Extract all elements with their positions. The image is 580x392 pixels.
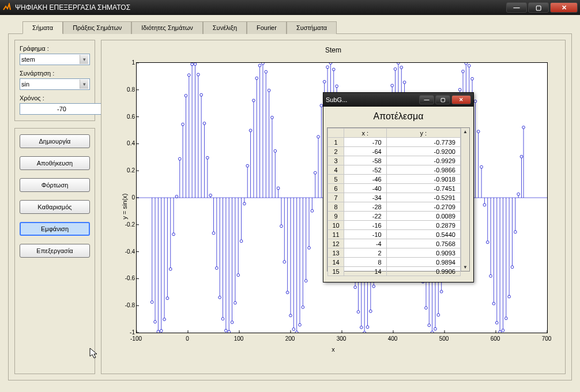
svg-point-164 <box>400 66 403 69</box>
row-index: 3 <box>328 156 344 165</box>
func-dropdown[interactable]: sin ▾ <box>20 78 90 90</box>
svg-point-78 <box>268 89 270 92</box>
button-group: Δημιουργία Αποθήκευση Φόρτωση Καθαρισμός… <box>14 128 95 374</box>
svg-point-54 <box>231 321 233 324</box>
table-row[interactable]: 6-40-0.7451 <box>328 184 461 193</box>
table-row[interactable]: 1320.9093 <box>328 248 461 258</box>
edit-button[interactable]: Επεξεργασία <box>20 244 90 258</box>
y-tick-label: 0.8 <box>127 86 135 92</box>
create-button[interactable]: Δημιουργία <box>20 134 90 148</box>
svg-point-134 <box>354 286 357 289</box>
x-tick-label: 0 <box>186 336 189 342</box>
tab-systems[interactable]: Συστήματα <box>287 21 337 34</box>
svg-point-32 <box>197 73 199 76</box>
cell-y: -0.9200 <box>386 147 460 156</box>
save-button[interactable]: Αποθήκευση <box>20 156 90 170</box>
cell-x: 8 <box>344 258 387 267</box>
tab-properties[interactable]: Ιδιότητες Σημάτων <box>131 21 203 34</box>
cell-x: -4 <box>344 239 387 248</box>
svg-point-2 <box>150 301 153 304</box>
row-index: 9 <box>328 212 344 221</box>
subwindow-maximize-button[interactable]: ▢ <box>435 95 450 104</box>
graph-dropdown[interactable]: stem ▾ <box>20 54 90 65</box>
y-axis-label: y = sin(x) <box>121 194 128 220</box>
table-row[interactable]: 7-34-0.5291 <box>328 193 461 202</box>
tab-convolution[interactable]: Συνέλιξη <box>203 21 247 34</box>
tab-operations[interactable]: Πράξεις Σημάτων <box>63 21 131 34</box>
show-button[interactable]: Εμφάνιση <box>20 222 90 236</box>
x-tick-label: 300 <box>337 336 347 342</box>
minimize-button[interactable]: — <box>506 2 527 13</box>
table-row[interactable]: 11-100.5440 <box>328 230 461 239</box>
svg-point-44 <box>215 267 218 270</box>
clear-button[interactable]: Καθαρισμός <box>20 200 90 214</box>
svg-point-158 <box>391 84 394 87</box>
svg-point-28 <box>191 63 194 66</box>
row-index: 14 <box>328 258 344 267</box>
svg-point-102 <box>304 280 307 282</box>
svg-point-106 <box>311 209 314 212</box>
cell-x: -58 <box>344 156 387 165</box>
row-index: 6 <box>328 184 344 193</box>
cell-x: 2 <box>344 248 387 258</box>
load-button[interactable]: Φόρτωση <box>20 178 90 192</box>
table-row[interactable]: 4-52-0.9866 <box>328 165 461 175</box>
subwindow-titlebar[interactable]: SubG... — ▢ ✕ <box>323 93 473 107</box>
close-button[interactable]: ✕ <box>550 2 578 13</box>
svg-point-18 <box>175 195 178 198</box>
time-label: Χρόνος : <box>20 95 90 101</box>
params-group: Γράφημα : stem ▾ Συνάρτηση : sin ▾ Χρόνο… <box>14 40 95 121</box>
cell-y: -0.9018 <box>386 175 460 184</box>
svg-point-4 <box>154 321 157 323</box>
row-index: 12 <box>328 239 344 248</box>
y-tick-label: -0.6 <box>125 275 135 281</box>
cell-y: 0.7568 <box>386 239 460 248</box>
svg-point-236 <box>511 266 514 269</box>
row-index: 13 <box>328 248 344 258</box>
svg-point-166 <box>403 81 406 84</box>
table-scrollbar[interactable]: ▲ ▼ <box>461 128 469 271</box>
svg-point-24 <box>184 95 187 97</box>
result-table: x : y : 1-70-0.77392-64-0.92003-58-0.992… <box>327 128 461 276</box>
svg-point-228 <box>499 330 502 333</box>
svg-point-210 <box>471 77 474 80</box>
svg-point-72 <box>258 64 261 67</box>
table-row[interactable]: 15140.9906 <box>328 267 461 276</box>
subwindow-close-button[interactable]: ✕ <box>451 95 471 104</box>
scroll-up-icon[interactable]: ▲ <box>463 129 468 134</box>
svg-point-36 <box>203 122 206 125</box>
subwindow-minimize-button[interactable]: — <box>419 95 434 104</box>
svg-point-20 <box>178 157 181 160</box>
y-tick-label: 0.6 <box>127 113 135 119</box>
chevron-down-icon: ▾ <box>80 55 88 64</box>
table-row[interactable]: 3-58-0.9929 <box>328 156 461 165</box>
svg-point-136 <box>357 311 360 314</box>
table-row[interactable]: 5-46-0.9018 <box>328 175 461 184</box>
table-row[interactable]: 2-64-0.9200 <box>328 147 461 156</box>
svg-point-82 <box>274 149 277 152</box>
result-subwindow[interactable]: SubG... — ▢ ✕ Αποτέλεσμα x : y : 1-70-0.… <box>323 92 474 282</box>
table-row[interactable]: 12-40.7568 <box>328 239 461 248</box>
cell-y: 0.9894 <box>386 258 460 267</box>
table-row[interactable]: 1480.9894 <box>328 258 461 267</box>
scroll-down-icon[interactable]: ▼ <box>463 265 468 270</box>
svg-point-38 <box>206 156 209 159</box>
svg-point-84 <box>277 187 280 190</box>
maximize-button[interactable]: ▢ <box>528 2 549 13</box>
cell-y: 0.9906 <box>386 267 460 276</box>
tab-signals[interactable]: Σήματα <box>22 21 63 34</box>
cell-y: -0.7739 <box>386 138 460 147</box>
cell-x: -10 <box>344 230 387 239</box>
y-tick-label: 0.4 <box>127 140 135 146</box>
table-row[interactable]: 10-160.2879 <box>328 221 461 230</box>
tab-fourier[interactable]: Fourier <box>247 21 287 34</box>
cell-x: -40 <box>344 184 387 193</box>
time-start-input[interactable] <box>20 103 104 115</box>
table-row[interactable]: 1-70-0.7739 <box>328 138 461 147</box>
row-index: 2 <box>328 147 344 156</box>
svg-point-222 <box>489 274 492 277</box>
result-heading: Αποτέλεσμα <box>323 107 473 125</box>
table-row[interactable]: 8-28-0.2709 <box>328 202 461 212</box>
table-row[interactable]: 9-220.0089 <box>328 212 461 221</box>
svg-point-116 <box>326 66 329 69</box>
